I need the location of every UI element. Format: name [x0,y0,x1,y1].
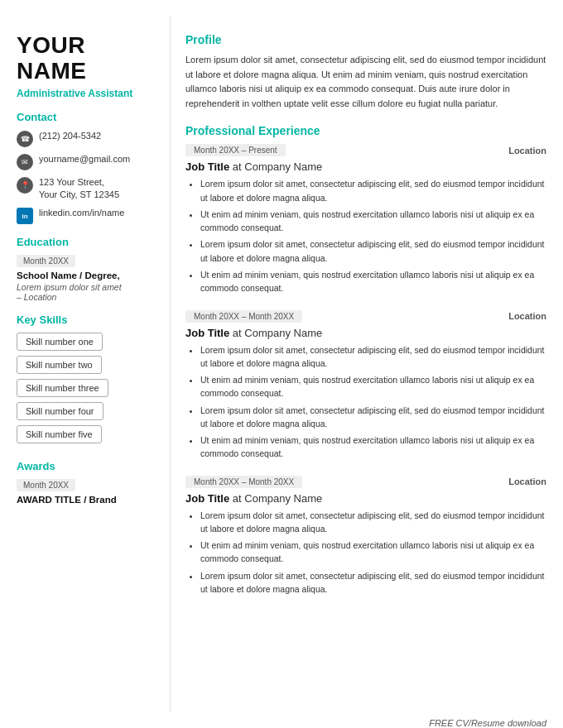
location-icon: 📍 [17,177,33,194]
exp-date-2: Month 20XX – Month 20XX [185,310,302,323]
exp-location-2: Location [508,311,546,321]
name-line1: YOUR [17,32,85,58]
exp-company-3: at Company Name [233,492,322,505]
exp-title-1: Job Title at Company Name [185,160,546,173]
address-text: 123 Your Street,Your City, ST 12345 [39,176,119,202]
skill-item: Skill number four [17,402,103,420]
exp-bullets-3: Lorem ipsum dolor sit amet, consectetur … [185,509,546,596]
exp-date-1: Month 20XX – Present [185,144,286,156]
bullet: Lorem ipsum dolor sit amet, consectetur … [200,509,546,536]
exp-company-2: at Company Name [233,327,322,339]
bullet: Ut enim ad minim veniam, quis nostrud ex… [200,539,546,566]
exp-bullets-1: Lorem ipsum dolor sit amet, consectetur … [185,177,546,295]
skill-item: Skill number one [17,333,103,351]
exp-header-3: Month 20XX – Month 20XX Location [185,476,546,488]
contact-email: ✉ yourname@gmail.com [17,153,157,170]
contact-address: 📍 123 Your Street,Your City, ST 12345 [17,176,157,202]
contact-phone: ☎ (212) 204-5342 [17,130,157,147]
bullet: Lorem ipsum dolor sit amet, consectetur … [200,404,546,431]
exp-title-3: Job Title at Company Name [185,492,546,505]
exp-date-3: Month 20XX – Month 20XX [185,476,302,488]
main-content: Profile Lorem ipsum dolor sit amet, cons… [170,17,563,711]
bullet: Ut enim ad minim veniam, quis nostrud ex… [200,433,546,461]
bullet: Lorem ipsum dolor sit amet, consectetur … [200,237,546,265]
edu-detail: Lorem ipsum dolor sit amet– Location [17,282,157,302]
exp-location-1: Location [508,146,546,156]
name-line2: NAME [17,58,86,84]
skills-list: Skill number one Skill number two Skill … [17,333,157,448]
skills-section-title: Key Skills [17,314,157,326]
bullet: Ut enim ad minim veniam, quis nostrud ex… [200,208,546,235]
experience-entry-1: Month 20XX – Present Location Job Title … [185,144,546,295]
linkedin-icon: in [17,208,33,224]
edu-school: School Name / Degree, [17,271,157,280]
contact-list: ☎ (212) 204-5342 ✉ yourname@gmail.com 📍 … [17,130,157,225]
phone-icon: ☎ [17,131,33,147]
exp-location-3: Location [508,477,546,486]
skill-item: Skill number three [17,379,108,397]
bullet: Ut enim ad minim veniam, quis nostrud ex… [200,373,546,400]
email-icon: ✉ [17,154,33,170]
experience-entry-2: Month 20XX – Month 20XX Location Job Tit… [185,310,546,461]
bullet: Lorem ipsum dolor sit amet, consectetur … [200,177,546,204]
contact-linkedin: in linkedin.com/in/name [17,207,157,224]
profile-text: Lorem ipsum dolor sit amet, consectetur … [185,53,546,111]
name-block: YOUR NAME Administrative Assistant [17,33,157,99]
edu-date: Month 20XX [17,255,75,267]
skill-item: Skill number two [17,356,102,374]
linkedin-text: linkedin.com/in/name [39,207,124,219]
name-display: YOUR NAME [17,33,157,84]
exp-title-2: Job Title at Company Name [185,327,546,339]
skill-item: Skill number five [17,425,102,443]
award-date: Month 20XX [17,479,75,491]
education-section-title: Education [17,236,157,248]
exp-header-1: Month 20XX – Present Location [185,144,546,156]
award-title: AWARD TITLE / Brand [17,495,157,505]
footer-watermark: FREE CV/Resume download https://cv.devat… [0,711,563,728]
bullet: Lorem ipsum dolor sit amet, consectetur … [200,569,546,596]
awards-section-title: Awards [17,460,157,472]
email-text: yourname@gmail.com [39,153,130,165]
bullet: Ut enim ad minim veniam, quis nostrud ex… [200,268,546,295]
exp-header-2: Month 20XX – Month 20XX Location [185,310,546,323]
contact-section-title: Contact [17,111,157,123]
experience-entry-3: Month 20XX – Month 20XX Location Job Tit… [185,476,546,596]
sidebar: YOUR NAME Administrative Assistant Conta… [0,17,170,711]
award-entry: Month 20XX AWARD TITLE / Brand [17,479,157,505]
profile-section-title: Profile [185,33,546,46]
footer-free-text: FREE CV/Resume download [0,718,546,728]
resume-page: YOUR NAME Administrative Assistant Conta… [0,0,563,711]
bullet: Lorem ipsum dolor sit amet, consectetur … [200,343,546,371]
experience-section-title: Professional Experience [185,124,546,137]
exp-bullets-2: Lorem ipsum dolor sit amet, consectetur … [185,343,546,461]
job-title: Administrative Assistant [17,88,157,99]
exp-company-1: at Company Name [233,160,322,173]
phone-text: (212) 204-5342 [39,130,101,142]
education-entry: Month 20XX School Name / Degree, Lorem i… [17,255,157,302]
